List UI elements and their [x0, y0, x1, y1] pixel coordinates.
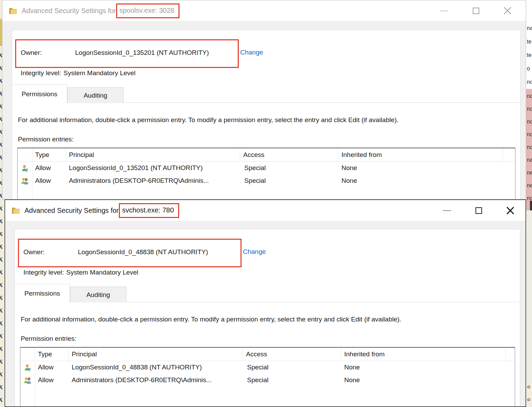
cell-principal: LogonSessionId_0_135201 (NT AUTHORITY) [69, 164, 203, 172]
minimize-icon [443, 210, 451, 211]
svg-text:?: ? [26, 168, 28, 173]
window-controls [439, 203, 518, 218]
permissions-description: For additional information, double-click… [18, 116, 399, 124]
cell-principal: Administrators (DESKTOP-6R0ETRQ\Adminis.… [69, 177, 209, 185]
change-owner-link[interactable]: Change [243, 248, 266, 256]
maximize-icon [473, 8, 479, 14]
window-title: Advanced Security Settings for spoolsv.e… [22, 3, 180, 18]
background-text-fragments-beige: o o [527, 380, 530, 406]
owner-value: LogonSessionId_0_48838 (NT AUTHORITY) [78, 248, 208, 256]
window-title-process: svchost.exe: 780 [122, 206, 174, 214]
background-dark-fragment [530, 201, 532, 211]
permissions-table: Type Principal Access Inherited from ? A… [20, 347, 515, 407]
permission-entries-label: Permission entries: [21, 335, 76, 343]
folder-icon [9, 7, 17, 14]
user-question-icon: ? [21, 164, 29, 172]
integrity-label: Integrity level: [23, 269, 64, 276]
tab-auditing[interactable]: Auditing [70, 287, 126, 302]
cell-type: Allow [35, 177, 51, 185]
security-settings-panel: Owner: LogonSessionId_0_135201 (NT AUTHO… [12, 30, 521, 199]
background-highlight-pink: no no no no no na ne ne no [526, 89, 532, 210]
cell-access: Special [244, 177, 266, 185]
tab-permissions[interactable]: Permissions [14, 284, 70, 302]
background-window-right-sliver: na te te o no no no no no no na ne ne no… [526, 0, 532, 407]
minimize-icon [440, 10, 448, 11]
titlebar[interactable]: Advanced Security Settings for spoolsv.e… [2, 0, 526, 21]
window-title-process: spoolsv.exe: 3028 [119, 7, 174, 14]
cell-access: Special [244, 164, 266, 172]
permission-row-administrators[interactable]: Allow Administrators (DESKTOP-6R0ETRQ\Ad… [18, 175, 515, 187]
dialog-advanced-security-spoolsv: Advanced Security Settings for spoolsv.e… [2, 0, 526, 199]
window-title-prefix: Advanced Security Settings for [24, 207, 119, 215]
dialog-advanced-security-svchost: Advanced Security Settings for svchost.e… [4, 199, 526, 407]
cell-type: Allow [38, 376, 53, 384]
tab-strip-divider [66, 102, 520, 103]
column-header-type[interactable]: Type [38, 350, 52, 358]
annotation-box-title: svchost.exe: 780 [119, 203, 179, 218]
annotation-box-title: spoolsv.exe: 3028 [116, 3, 180, 18]
tab-permissions[interactable]: Permissions [12, 85, 67, 103]
column-header-access[interactable]: Access [243, 151, 264, 159]
integrity-value: System Mandatory Level [66, 269, 138, 276]
svg-text:?: ? [29, 367, 31, 372]
integrity-level-row: Integrity level: System Mandatory Level [23, 269, 138, 276]
integrity-label: Integrity level: [21, 69, 61, 77]
owner-value: LogonSessionId_0_135201 (NT AUTHORITY) [75, 49, 209, 57]
integrity-value: System Mandatory Level [63, 69, 135, 77]
owner-label: Owner: [23, 248, 44, 256]
folder-icon [12, 207, 20, 214]
permission-row-logonsession[interactable]: ? Allow LogonSessionId_0_48838 (NT AUTHO… [21, 361, 514, 374]
cell-inherited-from: None [341, 177, 357, 185]
cell-inherited-from: None [344, 376, 360, 384]
column-header-principal[interactable]: Principal [69, 151, 94, 159]
permissions-description: For additional information, double-click… [21, 316, 401, 323]
minimize-button[interactable] [439, 203, 455, 218]
minimize-button[interactable] [436, 3, 452, 18]
window-title-prefix: Advanced Security Settings for [22, 7, 116, 15]
background-text-fragments-pink: no no no no no na ne ne no [527, 90, 532, 205]
user-question-icon: ? [24, 364, 32, 372]
close-button[interactable] [502, 203, 518, 218]
cell-access: Special [247, 376, 268, 384]
column-header-type[interactable]: Type [35, 151, 49, 159]
integrity-level-row: Integrity level: System Mandatory Level [21, 69, 135, 77]
tab-auditing[interactable]: Auditing [67, 87, 124, 103]
background-beige-area: o o [526, 210, 532, 407]
cell-principal: Administrators (DESKTOP-6R0ETRQ\Adminis.… [72, 376, 212, 384]
column-header-access[interactable]: Access [246, 350, 267, 358]
close-button[interactable] [500, 3, 515, 18]
titlebar[interactable]: Advanced Security Settings for svchost.e… [5, 200, 525, 221]
change-owner-link[interactable]: Change [240, 49, 263, 56]
column-header-principal[interactable]: Principal [72, 350, 97, 358]
background-text-fragments-right: na te te o no [527, 21, 532, 89]
users-group-icon [24, 376, 32, 385]
cell-access: Special [247, 364, 268, 371]
window-title: Advanced Security Settings for svchost.e… [24, 203, 179, 218]
owner-label: Owner: [21, 49, 42, 57]
security-settings-panel: Owner: LogonSessionId_0_48838 (NT AUTHOR… [14, 229, 520, 407]
screen: X X X X X X X X X X X X X X X X X X X X … [0, 0, 532, 407]
cell-type: Allow [35, 164, 51, 172]
column-header-inherited-from[interactable]: Inherited from [341, 151, 382, 159]
cell-type: Allow [38, 364, 53, 371]
cell-principal: LogonSessionId_0_48838 (NT AUTHORITY) [72, 364, 202, 371]
maximize-button[interactable] [468, 3, 484, 18]
permission-row-administrators[interactable]: Allow Administrators (DESKTOP-6R0ETRQ\Ad… [21, 374, 514, 387]
tab-strip-divider [69, 302, 520, 302]
users-group-icon [21, 177, 29, 185]
cell-inherited-from: None [344, 364, 360, 371]
permissions-table: Type Principal Access Inherited from ? A… [17, 148, 515, 199]
maximize-icon [475, 207, 482, 214]
cell-inherited-from: None [341, 164, 357, 172]
maximize-button[interactable] [471, 203, 487, 218]
permission-entries-label: Permission entries: [18, 136, 74, 143]
permission-row-logonsession[interactable]: ? Allow LogonSessionId_0_135201 (NT AUTH… [18, 162, 515, 175]
column-header-inherited-from[interactable]: Inherited from [344, 350, 385, 358]
window-controls [436, 3, 515, 18]
